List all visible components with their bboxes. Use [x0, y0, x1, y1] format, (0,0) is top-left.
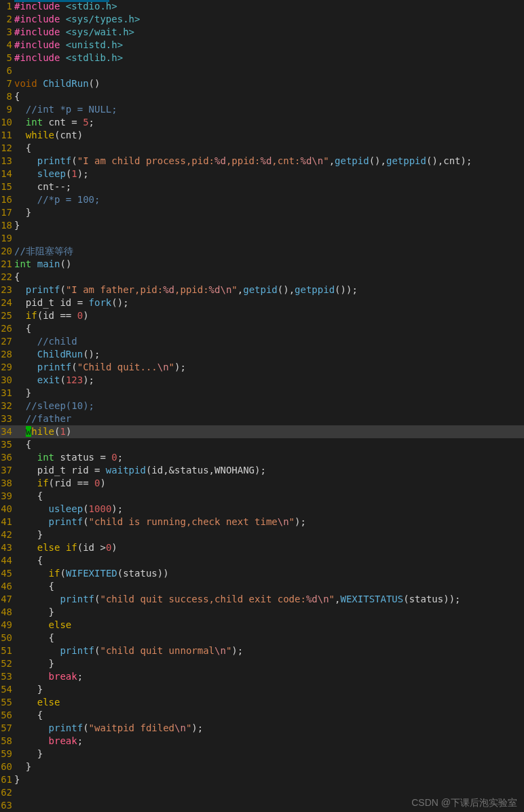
- code-content[interactable]: [14, 799, 524, 812]
- code-line[interactable]: 47 printf("child quit success,child exit…: [0, 593, 524, 606]
- code-line[interactable]: 36 int status = 0;: [0, 451, 524, 464]
- code-content[interactable]: {: [14, 142, 524, 155]
- code-content[interactable]: else if(id >0): [14, 541, 524, 554]
- code-content[interactable]: [14, 64, 524, 77]
- code-line[interactable]: 10 int cnt = 5;: [0, 116, 524, 129]
- code-line[interactable]: 51 printf("child quit unnormal\n");: [0, 644, 524, 657]
- code-line[interactable]: 34 while(1): [0, 425, 524, 438]
- code-line[interactable]: 54 }: [0, 683, 524, 696]
- code-content[interactable]: #include <unistd.h>: [14, 39, 524, 52]
- code-content[interactable]: [14, 232, 524, 245]
- code-content[interactable]: while(1): [14, 425, 524, 438]
- code-content[interactable]: if(WIFEXITED(status)): [14, 567, 524, 580]
- code-line[interactable]: 2#include <sys/types.h>: [0, 13, 524, 26]
- code-line[interactable]: 20//非阻塞等待: [0, 245, 524, 258]
- code-content[interactable]: printf("child is running,check next time…: [14, 516, 524, 528]
- code-content[interactable]: }: [14, 387, 524, 400]
- code-line[interactable]: 23 printf("I am father,pid:%d,ppid:%d\n"…: [0, 284, 524, 296]
- code-content[interactable]: printf("child quit success,child exit co…: [14, 593, 524, 606]
- code-line[interactable]: 32 //sleep(10);: [0, 400, 524, 412]
- code-line[interactable]: 38 if(rid == 0): [0, 477, 524, 490]
- code-content[interactable]: {: [14, 322, 524, 335]
- code-content[interactable]: else: [14, 696, 524, 709]
- code-content[interactable]: //*p = 100;: [14, 193, 524, 206]
- code-line[interactable]: 35 {: [0, 438, 524, 451]
- code-line[interactable]: 3#include <sys/wait.h>: [0, 26, 524, 39]
- code-content[interactable]: {: [14, 632, 524, 644]
- code-line[interactable]: 27 //child: [0, 335, 524, 348]
- code-content[interactable]: usleep(1000);: [14, 503, 524, 516]
- code-line[interactable]: 4#include <unistd.h>: [0, 39, 524, 52]
- code-line[interactable]: 7void ChildRun(): [0, 77, 524, 90]
- code-content[interactable]: break;: [14, 670, 524, 683]
- code-content[interactable]: {: [14, 554, 524, 567]
- code-line[interactable]: 62: [0, 786, 524, 799]
- code-content[interactable]: #include <stdlib.h>: [14, 52, 524, 64]
- code-line[interactable]: 45 if(WIFEXITED(status)): [0, 567, 524, 580]
- code-line[interactable]: 16 //*p = 100;: [0, 193, 524, 206]
- code-line[interactable]: 61}: [0, 773, 524, 786]
- code-line[interactable]: 26 {: [0, 322, 524, 335]
- code-line[interactable]: 40 usleep(1000);: [0, 503, 524, 516]
- code-line[interactable]: 19: [0, 232, 524, 245]
- code-line[interactable]: 6: [0, 64, 524, 77]
- code-content[interactable]: {: [14, 490, 524, 503]
- code-line[interactable]: 17 }: [0, 206, 524, 219]
- code-line[interactable]: 63: [0, 799, 524, 812]
- code-line[interactable]: 56 {: [0, 709, 524, 722]
- code-content[interactable]: //child: [14, 335, 524, 348]
- code-line[interactable]: 15 cnt--;: [0, 180, 524, 193]
- code-content[interactable]: //father: [14, 412, 524, 425]
- code-content[interactable]: pid_t rid = waitpid(id,&status,WNOHANG);: [14, 464, 524, 477]
- code-content[interactable]: int main(): [14, 258, 524, 271]
- code-line[interactable]: 57 printf("waitpid fdiled\n");: [0, 722, 524, 735]
- code-line[interactable]: 25 if(id == 0): [0, 309, 524, 322]
- code-content[interactable]: printf("child quit unnormal\n");: [14, 644, 524, 657]
- code-line[interactable]: 43 else if(id >0): [0, 541, 524, 554]
- code-content[interactable]: //非阻塞等待: [14, 245, 524, 258]
- code-line[interactable]: 28 ChildRun();: [0, 348, 524, 361]
- code-content[interactable]: printf("I am child process,pid:%d,ppid:%…: [14, 155, 524, 168]
- code-content[interactable]: int cnt = 5;: [14, 116, 524, 129]
- code-line[interactable]: 42 }: [0, 528, 524, 541]
- code-content[interactable]: #include <sys/types.h>: [14, 13, 524, 26]
- code-content[interactable]: //int *p = NULL;: [14, 103, 524, 116]
- code-line[interactable]: 41 printf("child is running,check next t…: [0, 516, 524, 528]
- code-content[interactable]: printf("I am father,pid:%d,ppid:%d\n",ge…: [14, 284, 524, 296]
- code-content[interactable]: cnt--;: [14, 180, 524, 193]
- code-line[interactable]: 60 }: [0, 760, 524, 773]
- code-content[interactable]: if(id == 0): [14, 309, 524, 322]
- code-line[interactable]: 12 {: [0, 142, 524, 155]
- code-line[interactable]: 31 }: [0, 387, 524, 400]
- code-line[interactable]: 55 else: [0, 696, 524, 709]
- code-content[interactable]: exit(123);: [14, 374, 524, 387]
- code-line[interactable]: 22{: [0, 271, 524, 284]
- code-content[interactable]: {: [14, 709, 524, 722]
- code-line[interactable]: 59 }: [0, 748, 524, 760]
- code-line[interactable]: 39 {: [0, 490, 524, 503]
- code-content[interactable]: }: [14, 657, 524, 670]
- code-content[interactable]: }: [14, 528, 524, 541]
- code-line[interactable]: 52 }: [0, 657, 524, 670]
- code-content[interactable]: {: [14, 438, 524, 451]
- code-content[interactable]: }: [14, 206, 524, 219]
- code-content[interactable]: {: [14, 580, 524, 593]
- code-line[interactable]: 30 exit(123);: [0, 374, 524, 387]
- code-content[interactable]: else: [14, 619, 524, 632]
- code-content[interactable]: }: [14, 773, 524, 786]
- code-line[interactable]: 44 {: [0, 554, 524, 567]
- code-editor[interactable]: 1#include <stdio.h>2#include <sys/types.…: [0, 0, 524, 812]
- code-line[interactable]: 37 pid_t rid = waitpid(id,&status,WNOHAN…: [0, 464, 524, 477]
- code-content[interactable]: }: [14, 683, 524, 696]
- code-content[interactable]: pid_t id = fork();: [14, 296, 524, 309]
- code-line[interactable]: 50 {: [0, 632, 524, 644]
- code-content[interactable]: if(rid == 0): [14, 477, 524, 490]
- code-line[interactable]: 18}: [0, 219, 524, 232]
- code-content[interactable]: printf("Child quit...\n");: [14, 361, 524, 374]
- code-content[interactable]: void ChildRun(): [14, 77, 524, 90]
- code-content[interactable]: printf("waitpid fdiled\n");: [14, 722, 524, 735]
- code-content[interactable]: }: [14, 748, 524, 760]
- code-content[interactable]: //sleep(10);: [14, 400, 524, 412]
- code-content[interactable]: {: [14, 271, 524, 284]
- code-content[interactable]: int status = 0;: [14, 451, 524, 464]
